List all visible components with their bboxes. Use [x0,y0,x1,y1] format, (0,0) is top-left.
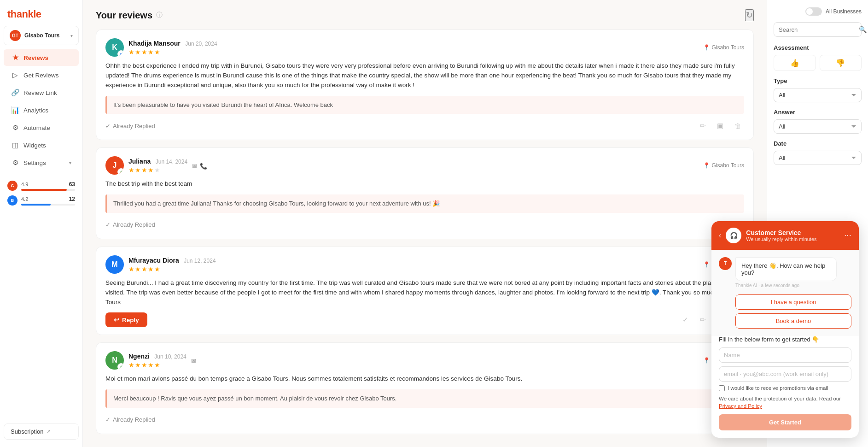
location-icon: 📍 [703,357,710,364]
analytics-icon: 📊 [11,106,19,114]
chevron-down-icon: ▾ [70,33,73,38]
verified-badge: ✓ [120,365,122,369]
google-platform-icon: G [7,181,17,191]
already-replied-status: ✓ Already Replied [105,123,155,129]
search-icon: 🔍 [859,26,867,33]
all-businesses-toggle-row: All Businesses [774,7,862,16]
check-icon: ✓ [105,416,111,423]
sidebar-item-automate[interactable]: ⚙ Automate [4,119,79,136]
chat-menu-icon[interactable]: ⋯ [844,231,851,240]
reply-icon: ↩ [114,316,119,323]
sidebar-item-review-link[interactable]: 🔗 Review Link [4,84,79,101]
thumbs-up-button[interactable]: 👍 [774,55,816,71]
subscription-button[interactable]: Subscription ↗ [4,423,79,440]
chat-title: Customer Service [746,229,816,236]
review-card: N ✓ Ngenzi Jun 10, 2024 ★★★★★ ✉ � [96,342,754,434]
chat-bubble: Hey there 👋. How can we help you? [735,257,837,281]
reviews-icon: ★ [11,53,19,62]
bing-score: 4.2 [21,196,28,202]
widgets-icon: ◫ [11,141,19,149]
answer-select[interactable]: All [774,119,862,134]
privacy-link[interactable]: Privacy and Policy [719,403,762,409]
all-businesses-toggle[interactable] [805,7,822,16]
answer-filter: Answer All [774,109,862,134]
google-badge: ✓ [120,170,122,174]
search-bar: 🔍 [774,22,862,37]
assessment-filter: Assessment 👍 👎 [774,44,862,71]
reply-button[interactable]: ↩ Reply [105,312,147,327]
date-select[interactable]: All [774,151,862,165]
review-date: Jun 14, 2024 [156,159,187,165]
avatar: J ✓ [105,156,124,175]
google-score: 4.9 [21,182,28,187]
sidebar-item-settings[interactable]: ⚙ Settings ▾ [4,154,79,171]
settings-icon: ⚙ [11,159,19,167]
page-header: Your reviews ⓘ ↻ [96,9,754,21]
date-filter: Date All [774,140,862,165]
edit-icon[interactable]: ✏ [696,119,709,132]
chat-widget: ‹ 🎧 Customer Service We usually reply wi… [711,221,859,438]
sidebar-item-label: Analytics [23,107,48,114]
settings-chevron-icon: ▾ [69,160,71,165]
subscription-label: Subscription [11,428,44,435]
sidebar-item-label: Review Link [23,89,57,96]
avatar: N ✓ [105,351,124,370]
type-filter: Type All [774,77,862,102]
reviewer-name: Juliana [128,158,151,165]
chat-options: I have a question Book a demo [735,294,851,329]
star-rating: ★★★★★ [128,265,216,273]
logo: thankle [0,0,82,26]
sidebar-item-label: Automate [23,124,50,131]
mail-icon: ✉ [192,163,197,170]
assessment-label: Assessment [774,44,862,51]
sidebar-item-get-reviews[interactable]: ▷ Get Reviews [4,67,79,83]
edit-icon[interactable]: ✏ [696,313,709,326]
google-stat: G 4.9 63 [7,181,75,191]
business-selector[interactable]: GT Gisabo Tours ▾ [4,26,79,45]
sidebar-item-widgets[interactable]: ◫ Widgets [4,137,79,153]
chat-submit-button[interactable]: Get Started [719,414,851,430]
review-card: K G Khadija Mansour Jun 20, 2024 ★★★★★ 📍… [96,29,754,140]
chat-timestamp: Thankle AI · a few seconds ago [735,283,837,288]
main-content: Your reviews ⓘ ↻ K G Khadija Mansour Jun… [83,0,767,447]
sidebar-item-label: Get Reviews [23,72,59,79]
sidebar-item-reviews[interactable]: ★ Reviews [4,49,79,66]
promotions-checkbox[interactable] [719,385,725,391]
info-icon[interactable]: ⓘ [156,11,163,19]
date-label: Date [774,140,862,147]
type-select[interactable]: All [774,88,862,102]
review-text: The best trip with the best team [105,179,744,189]
already-replied-status: ✓ Already Replied [105,416,155,423]
sidebar: thankle GT Gisabo Tours ▾ ★ Reviews ▷ Ge… [0,0,83,447]
chat-email-input[interactable] [719,366,851,382]
chat-name-input[interactable] [719,347,851,363]
location-icon: 📍 [703,44,710,51]
sidebar-item-label: Reviews [23,54,48,61]
toggle-knob [806,8,813,15]
book-demo-button[interactable]: Book a demo [735,313,851,329]
reply-box: It's been pleasurable to have you visite… [105,96,744,114]
chat-back-button[interactable]: ‹ [719,231,721,240]
search-input[interactable] [779,26,856,33]
thumbs-down-button[interactable]: 👎 [820,55,862,71]
answer-label: Answer [774,109,862,116]
automate-icon: ⚙ [11,124,19,132]
refresh-button[interactable]: ↻ [745,9,754,21]
platform-stats: G 4.9 63 B 4.2 12 [4,177,79,214]
all-businesses-label: All Businesses [826,8,862,15]
share-icon[interactable]: ▣ [714,119,727,132]
review-card: J ✓ Juliana Jun 14, 2024 ★★★★★ ✉ 📞 [96,147,754,239]
get-reviews-icon: ▷ [11,71,19,79]
already-replied-status: ✓ Already Replied [105,221,155,228]
have-question-button[interactable]: I have a question [735,294,851,310]
sidebar-item-analytics[interactable]: 📊 Analytics [4,102,79,118]
chat-message: T Hey there 👋. How can we help you? Than… [719,257,851,288]
delete-icon[interactable]: 🗑 [731,119,744,132]
logo-text: thankle [7,8,41,20]
review-location: 📍 Gisabo Tours [703,44,744,51]
google-bar [21,189,67,191]
star-rating: ★★★★★ [128,361,186,369]
check-action-icon[interactable]: ✓ [679,313,692,326]
review-text: Seeing Burundi... I had a great time dis… [105,278,744,307]
reviewer-name: Khadija Mansour [128,40,181,47]
